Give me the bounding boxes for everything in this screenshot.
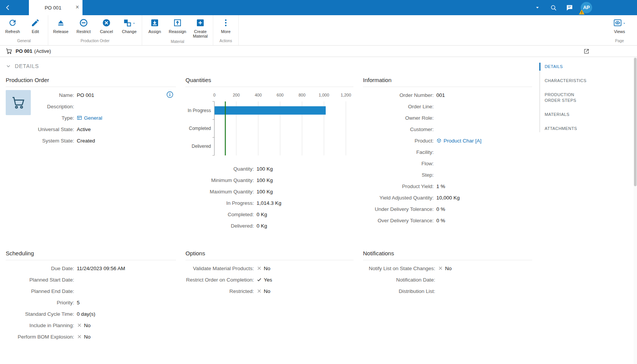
field-value: 0 day(s) [77,311,95,317]
options-body: Validate Material Products:NoRestrict Or… [185,263,353,297]
views-icon [613,18,622,29]
nav-materials[interactable]: MATERIALS [540,111,590,118]
section-title: Notifications [363,248,532,260]
field-value: 100 Kg [257,177,273,183]
reassign-button[interactable]: Reassign [166,18,189,38]
field-description: Description: [6,101,176,112]
refresh-button[interactable]: Refresh [1,18,24,38]
nav-characteristics[interactable]: CHARACTERISTICS [540,77,590,84]
field-label: Restrict Order on Completion: [185,277,254,283]
search-button[interactable] [547,1,559,14]
quantities-chart: 02004006008001,0001,200In ProgressComple… [185,92,353,157]
field-maximum-quantity: Maximum Quantity:100 Kg [185,186,353,197]
svg-text:0: 0 [213,93,216,97]
field-value: 0 Kg [257,212,267,217]
field-label: Minimum Quantity: [185,177,254,183]
ribbon-group-label: Page [607,38,632,45]
field-value: No [257,266,270,271]
section-title: Production Order [6,74,176,87]
nav-production-order-steps[interactable]: PRODUCTION ORDER STEPS [540,91,590,104]
field-label: Due Date: [6,266,74,271]
top-bar: PO 001 × AP [0,0,637,15]
field-label: Type: [6,115,74,121]
ribbon-toolbar: RefreshEditGeneralReleaseRestrictCancelC… [0,15,637,46]
field-value[interactable]: General [77,115,102,121]
field-label: Product: [363,138,434,144]
assign-button[interactable]: Assign [143,18,166,38]
field-label: In Progress: [185,200,254,206]
dropdown-caret-button[interactable] [531,1,544,14]
field-value: 1 % [436,184,445,189]
field-value: 5 [77,300,80,305]
scrollbar-thumb[interactable] [634,58,637,186]
create-material-button[interactable]: Create Material [189,18,212,38]
tab-title: PO 001 [44,5,61,11]
reassign-icon [173,18,182,29]
field-owner-role: Owner Role: [363,112,532,123]
field-priority: Priority:5 [6,297,176,308]
field-label: Completed: [185,212,254,217]
field-label: Standard Cycle Time: [6,311,74,317]
info-icon[interactable] [166,91,174,98]
avatar[interactable]: AP [581,2,592,13]
field-include-in-planning: Include in Planning:No [6,320,176,331]
field-order-line: Order Line: [363,101,532,112]
field-value: 001 [436,92,445,98]
more-button[interactable]: More [214,18,237,38]
field-label: Quantity: [185,166,254,172]
field-distribution-list: Distribution List: [363,285,532,297]
field-system-state: System State:Created [6,135,176,146]
caret-down-icon [132,18,136,25]
button-label: Create Material [189,29,212,38]
field-label: Maximum Quantity: [185,189,254,195]
field-label: Facility: [363,149,434,155]
field-value: 0 Kg [257,223,267,229]
scrollbar-track[interactable] [634,57,637,364]
field-planned-start-date: Planned Start Date: [6,274,176,285]
field-label: Owner Role: [363,115,434,121]
back-button[interactable] [0,0,16,15]
field-planned-end-date: Planned End Date: [6,285,176,297]
views-button[interactable]: Views [607,18,632,38]
x-icon [257,266,262,271]
field-value: 0 % [436,206,445,212]
field-value: 0 % [436,218,445,223]
x-icon [257,288,262,294]
field-value[interactable]: Product Char [A] [436,138,482,144]
cancel-button[interactable]: Cancel [95,18,118,38]
restrict-button[interactable]: Restrict [72,18,95,38]
field-restrict-order-on-completion: Restrict Order on Completion:Yes [185,274,353,285]
chat-button[interactable] [563,1,575,14]
field-label: Yield Adjusted Quantity: [363,195,434,201]
x-icon [77,323,82,328]
field-value: 100 Kg [257,189,273,195]
change-button[interactable]: Change [118,18,141,38]
release-icon [56,18,65,29]
field-label: Flow: [363,161,434,166]
details-pane: DETAILS Production Order Name:PO 001Desc… [0,57,637,341]
nav-attachments[interactable]: ATTACHMENTS [540,125,590,132]
svg-text:200: 200 [233,93,239,97]
field-label: Under Delivery Tolerance: [363,206,434,212]
field-quantity: Quantity:100 Kg [185,163,353,174]
cart-icon [5,47,13,55]
field-value: Active [77,127,91,132]
field-facility: Facility: [363,146,532,158]
field-order-number: Order Number:001 [363,89,532,101]
edit-button[interactable]: Edit [24,18,47,38]
open-in-new-icon[interactable] [583,48,590,55]
ribbon-group-label: Material [143,38,212,46]
field-value: No [438,266,452,271]
nav-details[interactable]: DETAILS [540,63,590,70]
field-label: Step: [363,172,434,178]
field-label: Perform BOM Explosion: [6,334,74,340]
tab-close-icon[interactable]: × [76,3,79,11]
field-standard-cycle-time: Standard Cycle Time:0 day(s) [6,308,176,320]
svg-text:400: 400 [255,93,261,97]
field-label: Restricted: [185,288,254,294]
field-product-yield: Product Yield:1 % [363,180,532,192]
tab-po-001[interactable]: PO 001 × [29,0,82,15]
field-completed: Completed:0 Kg [185,209,353,220]
release-button[interactable]: Release [49,18,72,38]
field-label: Notification Date: [363,277,435,283]
